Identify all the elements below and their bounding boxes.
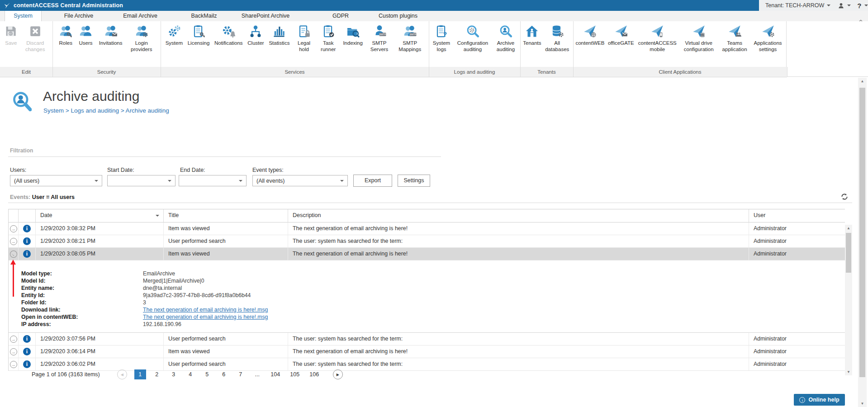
- page-button[interactable]: 104: [268, 369, 283, 379]
- table-row[interactable]: → i 1/29/2020 3:08:21 PM User performed …: [9, 235, 845, 248]
- tenants-button[interactable]: Tenants: [523, 21, 541, 47]
- help-menu[interactable]: ?: [857, 2, 861, 9]
- end-date-select[interactable]: [179, 175, 247, 186]
- cluster-icon: [249, 24, 262, 38]
- page-button[interactable]: 1: [134, 369, 146, 379]
- collapse-row-icon[interactable]: →: [8, 249, 19, 259]
- table-scrollbar[interactable]: ▲ ▼: [845, 225, 852, 375]
- scrollbar-thumb[interactable]: [859, 88, 865, 377]
- info-icon[interactable]: i: [23, 250, 31, 258]
- chevron-down-icon[interactable]: [864, 5, 868, 6]
- cell-description: The user: system has searched for the te…: [288, 333, 749, 345]
- refresh-icon[interactable]: [840, 193, 849, 201]
- save-icon: [4, 24, 18, 38]
- plane-phone-icon: [650, 24, 664, 38]
- column-header-description[interactable]: Description: [288, 209, 749, 222]
- scroll-up-icon[interactable]: ▲: [845, 226, 852, 230]
- chevron-down-icon[interactable]: [847, 5, 851, 6]
- info-icon[interactable]: i: [23, 237, 31, 245]
- expand-row-icon[interactable]: →: [10, 348, 17, 355]
- tab-gdpr[interactable]: GDPR: [332, 11, 349, 21]
- all-databases-button[interactable]: All databases: [544, 21, 570, 53]
- legal-hold-button[interactable]: Legal hold: [294, 21, 313, 53]
- page-button[interactable]: 106: [307, 369, 322, 379]
- info-icon[interactable]: i: [23, 225, 31, 232]
- tab-backmailz[interactable]: BackMailz: [191, 11, 217, 21]
- scroll-down-icon[interactable]: ▼: [858, 402, 867, 406]
- info-icon[interactable]: i: [23, 360, 31, 368]
- start-date-select[interactable]: [107, 175, 175, 186]
- page-button[interactable]: 5: [201, 369, 213, 379]
- breadcrumb[interactable]: System > Logs and auditing > Archive aud…: [43, 107, 169, 114]
- tab-file-archive[interactable]: File Archive: [64, 11, 94, 21]
- invitations-button[interactable]: Invitations: [99, 21, 123, 47]
- open-in-contentweb-link[interactable]: The next generation of email archiving i…: [143, 314, 268, 321]
- table-header-row: Date Title Description User: [9, 209, 845, 222]
- statistics-button[interactable]: Statistics: [269, 21, 289, 47]
- indexing-button[interactable]: Indexing: [343, 21, 362, 47]
- expand-row-icon[interactable]: →: [10, 225, 17, 232]
- user-icon[interactable]: [838, 2, 844, 9]
- cluster-button[interactable]: Cluster: [247, 21, 264, 47]
- column-header-date[interactable]: Date: [36, 209, 164, 222]
- previous-page-button[interactable]: ◀: [117, 369, 127, 379]
- contentaccess-mobile-button[interactable]: contentACCESS mobile: [637, 21, 678, 53]
- applications-settings-button[interactable]: Applications settings: [752, 21, 784, 53]
- officegate-button[interactable]: officeGATE: [607, 21, 635, 47]
- online-help-button[interactable]: i Online help: [794, 394, 845, 406]
- scroll-up-icon[interactable]: ▲: [858, 79, 867, 83]
- tab-email-archive[interactable]: Email Archive: [123, 11, 157, 21]
- system-button[interactable]: System: [166, 21, 183, 47]
- system-logs-button[interactable]: ?System logs: [431, 21, 452, 53]
- table-row[interactable]: → i 1/29/2020 3:07:56 PM User performed …: [9, 333, 845, 345]
- column-header-title[interactable]: Title: [164, 209, 288, 222]
- roles-button[interactable]: Roles: [59, 21, 72, 47]
- table-row-selected[interactable]: → i 1/29/2020 3:08:05 PM Item was viewed…: [9, 248, 845, 260]
- contentweb-button[interactable]: contentWEB: [575, 21, 605, 47]
- export-button[interactable]: Export: [353, 175, 392, 187]
- column-header-user[interactable]: User: [749, 209, 845, 222]
- info-icon[interactable]: i: [23, 348, 31, 355]
- page-button[interactable]: 2: [151, 369, 163, 379]
- cell-description: The user: system has searched for the te…: [288, 235, 749, 247]
- virtual-drive-configuration-button[interactable]: Virtual drive configuration: [680, 21, 718, 53]
- scroll-down-icon[interactable]: ▼: [845, 370, 852, 374]
- login-providers-button[interactable]: Login providers: [129, 21, 154, 53]
- settings-button[interactable]: Settings: [398, 175, 430, 187]
- smtp-mappings-button[interactable]: SMTPSMTP Mappings: [396, 21, 424, 53]
- page-button[interactable]: 3: [168, 369, 180, 379]
- licensing-button[interactable]: Licensing: [188, 21, 210, 47]
- task-runner-button[interactable]: Task runner: [318, 21, 338, 53]
- scrollbar-thumb[interactable]: [846, 233, 851, 273]
- page-button[interactable]: 4: [185, 369, 196, 379]
- expand-row-icon[interactable]: →: [10, 238, 17, 245]
- chevron-down-icon[interactable]: [827, 5, 830, 6]
- page-scrollbar[interactable]: ▲ ▼: [858, 78, 867, 407]
- discard-changes-button[interactable]: Discard changes: [22, 21, 48, 53]
- tab-custom-plugins[interactable]: Custom plugins: [379, 11, 417, 21]
- archive-auditing-button[interactable]: Archive auditing: [493, 21, 518, 53]
- users-button[interactable]: Users: [79, 21, 92, 47]
- page-button[interactable]: 7: [235, 369, 247, 379]
- expand-row-icon[interactable]: →: [10, 336, 17, 343]
- expand-row-icon[interactable]: →: [10, 361, 17, 368]
- detail-label: IP address:: [9, 321, 143, 328]
- download-link[interactable]: The next generation of email archiving i…: [143, 307, 268, 314]
- tenant-selector[interactable]: Tenant: TECH-ARROW: [765, 2, 824, 9]
- page-button[interactable]: 6: [218, 369, 230, 379]
- notifications-button[interactable]: Notifications: [214, 21, 243, 47]
- table-row[interactable]: → i 1/29/2020 3:08:32 PM Item was viewed…: [9, 222, 845, 235]
- smtp-servers-button[interactable]: SMTPSMTP Servers: [368, 21, 391, 53]
- teams-application-button[interactable]: Teams application: [720, 21, 749, 53]
- page-button[interactable]: 105: [288, 369, 302, 379]
- table-row[interactable]: → i 1/29/2020 3:06:14 PM Item was viewed…: [9, 345, 845, 358]
- group-label-logs-auditing: Logs and auditing: [429, 67, 521, 77]
- next-page-button[interactable]: ▶: [333, 369, 343, 379]
- tab-system[interactable]: System: [5, 11, 42, 21]
- info-icon[interactable]: i: [23, 335, 31, 343]
- tab-sharepoint-archive[interactable]: SharePoint Archive: [242, 11, 289, 21]
- users-filter-select[interactable]: (All users): [10, 175, 102, 186]
- event-types-select[interactable]: (All events): [252, 175, 348, 186]
- save-button[interactable]: Save: [4, 21, 18, 47]
- configuration-auditing-button[interactable]: Configuration auditing: [454, 21, 491, 53]
